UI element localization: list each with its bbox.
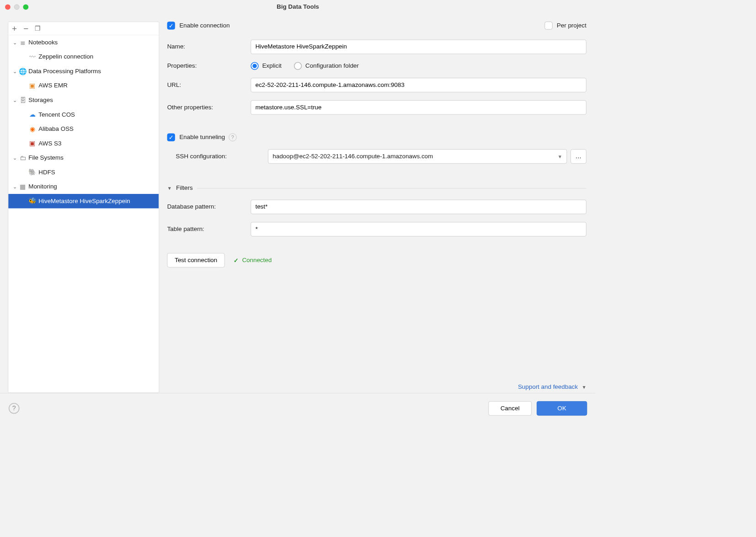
list-icon: ≣: [18, 38, 27, 46]
filters-section-title: Filters: [176, 184, 192, 192]
oss-icon: ◉: [28, 125, 37, 133]
ssh-config-browse-button[interactable]: …: [570, 149, 586, 164]
divider: [197, 188, 586, 188]
tree-group-label: Monitoring: [27, 183, 57, 190]
ssh-config-dropdown[interactable]: hadoop@ec2-52-202-211-146.compute-1.amaz…: [268, 149, 567, 164]
help-button[interactable]: ?: [9, 403, 20, 414]
properties-explicit-label: Explicit: [262, 62, 282, 70]
grid-icon: ▦: [18, 183, 27, 191]
window-close-icon[interactable]: [5, 4, 11, 10]
collapse-filters-icon[interactable]: ▼: [167, 185, 172, 191]
help-icon[interactable]: ?: [229, 134, 236, 141]
per-project-label: Per project: [557, 22, 586, 29]
remove-connection-icon[interactable]: −: [23, 24, 28, 33]
enable-tunneling-checkbox[interactable]: ✓: [167, 134, 175, 141]
per-project-checkbox[interactable]: [544, 21, 552, 29]
tree-group-label: Notebooks: [27, 39, 58, 46]
tree-item-label: AWS S3: [37, 140, 61, 147]
tree-item-label: HiveMetastore HiveSparkZeppein: [37, 198, 130, 205]
cos-icon: ☁: [28, 111, 37, 118]
storage-icon: 🗄: [18, 97, 27, 104]
properties-config-folder-radio[interactable]: [294, 62, 302, 70]
name-input[interactable]: [250, 40, 586, 54]
connection-status: Connected: [242, 257, 272, 264]
other-properties-input[interactable]: [250, 100, 586, 115]
properties-config-folder-label: Configuration folder: [305, 62, 359, 70]
ssh-config-label: SSH configuration:: [167, 153, 268, 160]
support-feedback-label: Support and feedback: [518, 383, 578, 390]
ssh-config-value: hadoop@ec2-52-202-211-146.compute-1.amaz…: [273, 153, 433, 160]
support-feedback-link[interactable]: Support and feedback ▼: [167, 383, 586, 392]
tree-item-hdfs[interactable]: 🐘 HDFS: [8, 165, 159, 180]
tree-group-monitoring[interactable]: ⌄ ▦ Monitoring: [8, 179, 159, 194]
url-label: URL:: [167, 81, 251, 89]
chevron-down-icon: ▼: [582, 385, 586, 390]
test-connection-button[interactable]: Test connection: [167, 253, 225, 268]
tree-group-file-systems[interactable]: ⌄ 🗀 File Systems: [8, 150, 159, 165]
window-zoom-icon[interactable]: [23, 4, 28, 10]
tree-group-data-processing[interactable]: ⌄ 🌐 Data Processing Platforms: [8, 64, 159, 79]
properties-explicit-radio[interactable]: [250, 62, 258, 70]
chevron-down-icon: ⌄: [11, 40, 18, 46]
tree-item-aws-s3[interactable]: ▣ AWS S3: [8, 136, 159, 151]
chevron-down-icon: ⌄: [11, 69, 18, 75]
enable-tunneling-label: Enable tunneling: [179, 134, 225, 141]
tree-group-notebooks[interactable]: ⌄ ≣ Notebooks: [8, 35, 159, 50]
tree-group-storages[interactable]: ⌄ 🗄 Storages: [8, 93, 159, 107]
database-pattern-label: Database pattern:: [167, 203, 251, 210]
chevron-down-icon: ⌄: [11, 184, 18, 190]
tree-group-label: Storages: [27, 97, 53, 104]
connection-form: ✓ Enable connection Per project Name: Pr…: [167, 21, 588, 393]
tree-item-label: Zeppelin connection: [37, 54, 93, 61]
globe-icon: 🌐: [18, 67, 27, 75]
connections-sidebar: + − ❐ ⌄ ≣ Notebooks 〰 Zeppelin connectio…: [8, 21, 159, 393]
emr-icon: ▣: [28, 82, 37, 90]
table-pattern-label: Table pattern:: [167, 226, 251, 233]
s3-icon: ▣: [28, 140, 37, 147]
checkmark-icon: ✓: [234, 257, 239, 264]
enable-connection-label: Enable connection: [179, 22, 229, 29]
name-label: Name:: [167, 43, 251, 51]
tree-group-label: Data Processing Platforms: [27, 68, 101, 75]
chevron-down-icon: ▼: [558, 154, 562, 159]
other-properties-label: Other properties:: [167, 104, 251, 111]
database-pattern-input[interactable]: [250, 200, 586, 215]
chevron-down-icon: ⌄: [11, 155, 18, 161]
folder-icon: 🗀: [18, 154, 27, 162]
tree-item-hivemetastore[interactable]: 🐝 HiveMetastore HiveSparkZeppein: [8, 194, 159, 209]
tree-item-aws-emr[interactable]: ▣ AWS EMR: [8, 79, 159, 93]
tree-item-zeppelin[interactable]: 〰 Zeppelin connection: [8, 50, 159, 64]
ok-button[interactable]: OK: [537, 401, 587, 416]
tree-group-label: File Systems: [27, 154, 64, 161]
window-minimize-icon: [14, 4, 20, 10]
table-pattern-input[interactable]: [250, 222, 586, 236]
tree-item-tencent-cos[interactable]: ☁ Tencent COS: [8, 107, 159, 122]
attachment-icon: 〰: [28, 53, 37, 61]
tree-item-label: Alibaba OSS: [37, 125, 74, 133]
hive-icon: 🐝: [28, 197, 37, 205]
chevron-down-icon: ⌄: [11, 97, 18, 103]
window-title: Big Data Tools: [0, 3, 596, 11]
tree-item-label: AWS EMR: [37, 82, 68, 90]
tree-item-alibaba-oss[interactable]: ◉ Alibaba OSS: [8, 122, 159, 136]
cancel-button[interactable]: Cancel: [489, 401, 532, 416]
tree-item-label: HDFS: [37, 169, 55, 176]
properties-label: Properties:: [167, 62, 251, 70]
url-input[interactable]: [250, 78, 586, 92]
tree-item-label: Tencent COS: [37, 111, 75, 118]
add-connection-icon[interactable]: +: [12, 24, 17, 33]
copy-connection-icon[interactable]: ❐: [35, 25, 41, 32]
hdfs-icon: 🐘: [28, 168, 37, 176]
enable-connection-checkbox[interactable]: ✓: [167, 21, 175, 29]
